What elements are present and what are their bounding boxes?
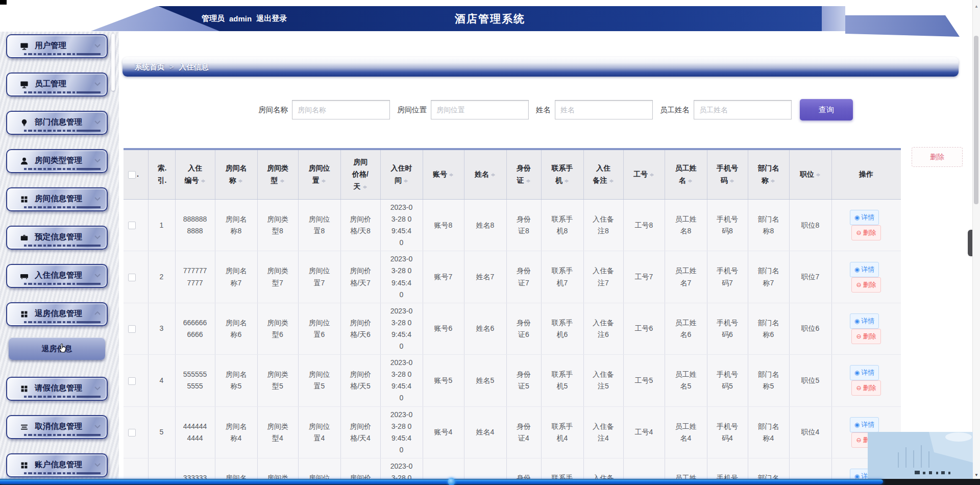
scrollbar-up-arrow[interactable]: ▲ <box>973 4 980 9</box>
sort-caret-icon[interactable] <box>322 177 326 185</box>
row-detail-button[interactable]: ◉详情 <box>850 365 879 380</box>
sidebar-item-4[interactable]: 房间类型管理 <box>6 149 108 173</box>
row-delete-button[interactable]: ⊖删除 <box>851 225 880 240</box>
sort-caret-icon[interactable] <box>449 171 454 179</box>
table-cell: 2023-03-28 09:45:40 <box>380 355 423 406</box>
row-checkbox[interactable] <box>128 429 136 436</box>
column-header-14[interactable]: 员工姓名 <box>665 150 707 200</box>
sort-caret-icon[interactable] <box>201 177 206 185</box>
search-input-1[interactable] <box>292 100 390 119</box>
row-checkbox[interactable] <box>128 377 136 385</box>
column-header-8[interactable]: 账号 <box>423 150 464 200</box>
grid-icon <box>19 460 29 470</box>
sidebar-item-label: 退房信息管理 <box>35 308 82 319</box>
table-cell: 入住备注6 <box>583 303 623 354</box>
column-header-label: 姓名 <box>475 170 489 178</box>
batch-delete-button[interactable]: 删除 <box>912 147 963 167</box>
sort-caret-icon[interactable] <box>491 171 496 179</box>
column-header-2[interactable]: 入住编号 <box>175 150 215 200</box>
sort-caret-icon[interactable] <box>609 177 614 185</box>
column-header-9[interactable]: 姓名 <box>464 150 506 200</box>
column-header-7[interactable]: 入住时间 <box>380 150 423 200</box>
sidebar-item-6[interactable]: 预定信息管理 <box>6 226 108 250</box>
row-checkbox[interactable] <box>128 222 136 229</box>
table-cell: 工号7 <box>623 251 665 303</box>
sort-caret-icon[interactable] <box>565 177 569 185</box>
sort-caret-icon[interactable] <box>526 177 531 185</box>
sort-caret-icon[interactable] <box>730 177 734 185</box>
logout-link[interactable]: 退出登录 <box>256 14 287 23</box>
sort-caret-icon[interactable] <box>688 177 693 185</box>
sidebar-item-label: 房间类型管理 <box>35 155 82 166</box>
search-input-2[interactable] <box>431 100 529 119</box>
sort-caret-icon[interactable] <box>771 177 775 185</box>
sort-caret-icon[interactable] <box>404 177 408 185</box>
scrollbar-thumb[interactable] <box>974 36 978 204</box>
column-header-13[interactable]: 工号 <box>623 150 665 200</box>
screen-corner-artifact <box>0 0 7 5</box>
column-header-5[interactable]: 房间位置 <box>298 150 340 200</box>
sidebar-scrollbar-thumb[interactable] <box>111 34 115 91</box>
search-input-4[interactable] <box>694 100 792 119</box>
table-cell: 姓名4 <box>464 406 506 458</box>
row-checkbox[interactable] <box>128 274 136 281</box>
video-progress-knob[interactable] <box>448 478 455 485</box>
row-detail-button[interactable]: ◉详情 <box>850 313 879 329</box>
row-actions-cell: ◉详情⊖删除 <box>831 355 901 406</box>
column-header-10[interactable]: 身份证 <box>506 150 541 200</box>
row-detail-button[interactable]: ◉详情 <box>850 210 879 225</box>
table-cell: 房间类型4 <box>257 406 298 458</box>
query-button[interactable]: 查询 <box>800 99 853 120</box>
column-header-label: 入住编号 <box>185 164 203 184</box>
row-checkbox[interactable] <box>128 325 136 333</box>
video-progress-bar[interactable] <box>0 479 980 485</box>
column-header-4[interactable]: 房间类型 <box>257 150 298 200</box>
sidebar-item-11[interactable]: 账户信息管理 <box>6 453 108 477</box>
column-header-15[interactable]: 手机号码 <box>707 150 748 200</box>
sidebar-item-8[interactable]: 退房信息管理 <box>6 302 108 326</box>
sidebar-item-10[interactable]: 取消信息管理 <box>6 415 108 439</box>
decorative-barcode <box>24 434 101 436</box>
column-header-16[interactable]: 部门名称 <box>748 150 789 200</box>
column-header-11[interactable]: 联系手机 <box>541 150 583 200</box>
table-cell: 职位8 <box>789 200 831 251</box>
select-all-checkbox[interactable] <box>128 171 136 179</box>
sort-caret-icon[interactable] <box>816 171 821 179</box>
user-role-label: 管理员 <box>202 14 225 23</box>
row-delete-button[interactable]: ⊖删除 <box>851 380 880 396</box>
page-scrollbar[interactable]: ▲ ▼ <box>972 0 980 485</box>
table-row: 45555555555房间名称5房间类型5房间位置5房间价格/天52023-03… <box>124 355 901 406</box>
sidebar-item-3[interactable]: 部门信息管理 <box>6 111 108 135</box>
sidebar-item-1[interactable]: 用户管理 <box>6 34 108 58</box>
sort-caret-icon[interactable] <box>280 177 285 185</box>
column-header-12[interactable]: 入住备注 <box>583 150 623 200</box>
scrollbar-down-arrow[interactable]: ▼ <box>973 473 980 477</box>
table-cell: 房间价格/天5 <box>340 355 380 406</box>
sidebar-item-2[interactable]: 员工管理 <box>6 72 108 96</box>
sidebar-subitem[interactable]: 退房信息 <box>9 337 105 360</box>
chevron-down-icon <box>93 460 102 469</box>
sidebar-item-9[interactable]: 请假信息管理 <box>6 377 108 401</box>
sort-caret-icon[interactable] <box>238 177 243 185</box>
chevron-down-icon <box>93 271 102 279</box>
sort-caret-icon[interactable] <box>363 183 368 191</box>
detail-label: 详情 <box>861 213 874 222</box>
sidebar-item-7[interactable]: 入住信息管理 <box>6 264 108 288</box>
search-input-3[interactable] <box>555 100 653 119</box>
table-cell: 房间名称4 <box>215 406 257 458</box>
row-detail-button[interactable]: ◉详情 <box>850 262 879 277</box>
table-cell: 账号7 <box>423 251 464 303</box>
breadcrumb-home[interactable]: 系统首页 <box>135 62 164 72</box>
row-delete-button[interactable]: ⊖删除 <box>851 329 880 344</box>
briefcase-icon <box>19 233 29 243</box>
sort-caret-icon[interactable] <box>650 171 654 179</box>
detail-label: 详情 <box>861 368 874 377</box>
row-detail-button[interactable]: ◉详情 <box>850 417 879 432</box>
row-delete-button[interactable]: ⊖删除 <box>851 277 880 293</box>
eye-icon: ◉ <box>854 318 860 324</box>
column-header-3[interactable]: 房间名称 <box>215 150 257 200</box>
column-header-17[interactable]: 职位 <box>789 150 831 200</box>
row-actions-cell: ◉详情⊖删除 <box>831 251 901 303</box>
column-header-6[interactable]: 房间价格/天 <box>340 150 380 200</box>
sidebar-item-5[interactable]: 房间信息管理 <box>6 187 108 211</box>
